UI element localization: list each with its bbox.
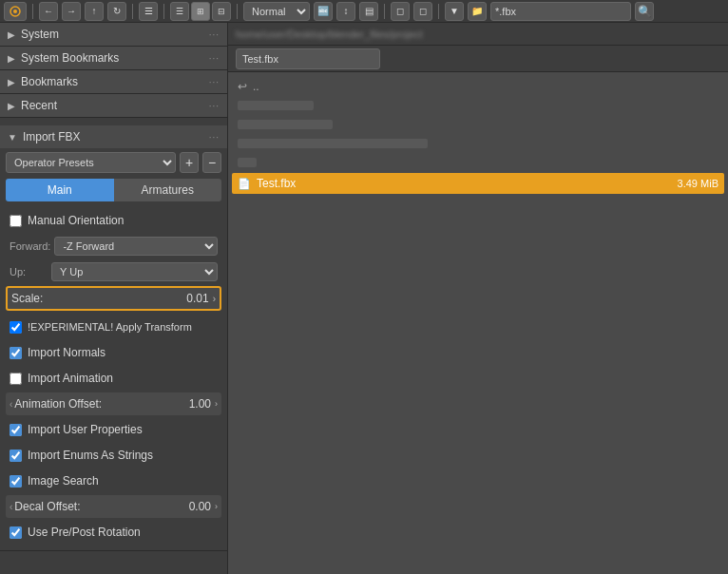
animation-offset-arrow-right: ›	[215, 399, 218, 409]
main-layout: ▶ System ··· ▶ System Bookmarks ··· ▶ Bo…	[0, 23, 728, 574]
folder-btn[interactable]: 📁	[468, 2, 487, 21]
file-filter-input[interactable]	[490, 2, 631, 21]
import-animation-row: Import Animation	[6, 367, 221, 390]
file-name-test-fbx: Test.fbx	[257, 177, 678, 190]
animation-offset-label: Animation Offset:	[14, 397, 188, 411]
tab-row: Main Armatures	[6, 179, 221, 201]
import-fbx-title: Import FBX	[23, 130, 209, 144]
toggle-btn[interactable]: ◻	[391, 2, 410, 21]
view-mode-select[interactable]: Normal	[243, 2, 310, 21]
import-fbx-section: ▼ Import FBX ··· Operator Presets + − Ma…	[0, 125, 227, 551]
decal-offset-value: 0.00	[189, 500, 211, 513]
filter-btn[interactable]: ▼	[445, 2, 464, 21]
use-pre-post-checkbox[interactable]	[10, 526, 22, 539]
blender-menu-btn[interactable]	[4, 2, 27, 21]
parent-dir-item[interactable]: ↩ ..	[232, 76, 724, 97]
nav-forward-btn[interactable]: →	[62, 2, 81, 21]
filter-type-btn[interactable]: 🔤	[314, 2, 333, 21]
blurred-file-3[interactable]	[232, 135, 724, 152]
import-user-properties-checkbox[interactable]	[10, 424, 22, 436]
nav-up-btn[interactable]: ↑	[85, 2, 104, 21]
file-item-test-fbx[interactable]: 📄 Test.fbx 3.49 MiB	[232, 173, 724, 194]
system-section: ▶ System ···	[0, 23, 227, 47]
blurred-text-1	[238, 101, 314, 110]
sort-btn[interactable]: ↕	[336, 2, 355, 21]
sep6	[438, 4, 439, 19]
system-bookmarks-arrow: ▶	[8, 53, 15, 64]
decal-offset-row[interactable]: ‹ Decal Offset: 0.00 ›	[6, 495, 221, 518]
blurred-file-4[interactable]	[232, 154, 724, 171]
scale-arrow-right: ›	[213, 294, 216, 304]
operator-presets-row: Operator Presets + −	[6, 152, 221, 173]
animation-offset-row[interactable]: ‹ Animation Offset: 1.00 ›	[6, 392, 221, 415]
manual-orientation-row: Manual Orientation	[6, 209, 221, 232]
up-select[interactable]: Y Up	[51, 262, 218, 281]
system-bookmarks-header[interactable]: ▶ System Bookmarks ···	[0, 47, 227, 69]
bookmarks-section: ▶ Bookmarks ···	[0, 70, 227, 94]
image-search-checkbox[interactable]	[10, 475, 22, 488]
blurred-text-2	[238, 120, 333, 129]
import-user-properties-label: Import User Properties	[28, 423, 143, 436]
system-dots: ···	[209, 29, 220, 40]
file-icon-test-fbx: 📄	[238, 178, 251, 190]
forward-field-row: Forward: -Z Forward	[6, 235, 221, 258]
list-view-btn[interactable]: ☰	[170, 2, 189, 21]
import-enums-label: Import Enums As Strings	[28, 449, 153, 462]
system-title: System	[21, 28, 209, 41]
blurred-file-2[interactable]	[232, 116, 724, 133]
bookmarks-dots: ···	[209, 77, 220, 87]
file-size-test-fbx: 3.49 MiB	[678, 178, 718, 189]
preset-add-btn[interactable]: +	[180, 152, 199, 173]
apply-transform-row: !EXPERIMENTAL! Apply Transform	[6, 316, 221, 338]
up-field-row: Up: Y Up	[6, 260, 221, 283]
sep2	[132, 4, 133, 19]
bookmark-btn[interactable]: ☰	[139, 2, 158, 21]
search-btn[interactable]: 🔍	[635, 2, 654, 21]
blurred-file-1[interactable]	[232, 97, 724, 114]
recent-title: Recent	[21, 99, 209, 112]
apply-transform-checkbox[interactable]	[10, 321, 22, 334]
sep1	[32, 4, 33, 19]
system-bookmarks-section: ▶ System Bookmarks ···	[0, 47, 227, 70]
decal-offset-arrow-right: ›	[215, 502, 218, 511]
up-label: Up:	[10, 266, 48, 277]
import-normals-checkbox[interactable]	[10, 347, 22, 359]
nav-refresh-btn[interactable]: ↻	[107, 2, 126, 21]
forward-select[interactable]: -Z Forward	[54, 237, 218, 256]
tab-main[interactable]: Main	[6, 179, 114, 201]
image-search-label: Image Search	[28, 474, 99, 488]
decal-offset-label: Decal Offset:	[14, 500, 188, 513]
grid-view-btn[interactable]: ⊞	[191, 2, 210, 21]
scale-row[interactable]: Scale: 0.01 ›	[6, 286, 221, 311]
toggle2-btn[interactable]: ◻	[413, 2, 432, 21]
column-view-btn[interactable]: ⊟	[212, 2, 231, 21]
recent-dots: ···	[209, 101, 220, 111]
bookmarks-header[interactable]: ▶ Bookmarks ···	[0, 70, 227, 93]
import-animation-checkbox[interactable]	[10, 373, 22, 385]
nav-back-btn[interactable]: ←	[39, 2, 58, 21]
blurred-text-4	[238, 158, 257, 167]
import-animation-label: Import Animation	[28, 372, 113, 385]
file-list: ↩ .. 📄 Test.fbx 3.49 MiB	[228, 72, 728, 574]
system-bookmarks-title: System Bookmarks	[21, 51, 209, 65]
system-header[interactable]: ▶ System ···	[0, 23, 227, 46]
layout-btn[interactable]: ▤	[359, 2, 378, 21]
recent-section: ▶ Recent ···	[0, 94, 227, 118]
path-bar: home/user/Desktop/blender_files/project	[228, 23, 728, 46]
operator-presets-select[interactable]: Operator Presets	[6, 152, 176, 173]
system-bookmarks-dots: ···	[209, 53, 220, 64]
tab-armatures[interactable]: Armatures	[114, 179, 222, 201]
manual-orientation-checkbox[interactable]	[10, 215, 22, 227]
import-fbx-content: Operator Presets + − Main Armatures Manu…	[0, 148, 227, 550]
scale-value: 0.01	[186, 292, 208, 305]
import-enums-checkbox[interactable]	[10, 450, 22, 462]
sep5	[384, 4, 385, 19]
filename-input[interactable]	[236, 48, 380, 69]
import-normals-row: Import Normals	[6, 341, 221, 364]
animation-offset-value: 1.00	[189, 397, 211, 411]
recent-header[interactable]: ▶ Recent ···	[0, 94, 227, 117]
preset-remove-btn[interactable]: −	[202, 152, 221, 173]
filename-bar	[228, 46, 728, 72]
import-user-properties-row: Import User Properties	[6, 418, 221, 441]
import-fbx-header[interactable]: ▼ Import FBX ···	[0, 125, 227, 148]
